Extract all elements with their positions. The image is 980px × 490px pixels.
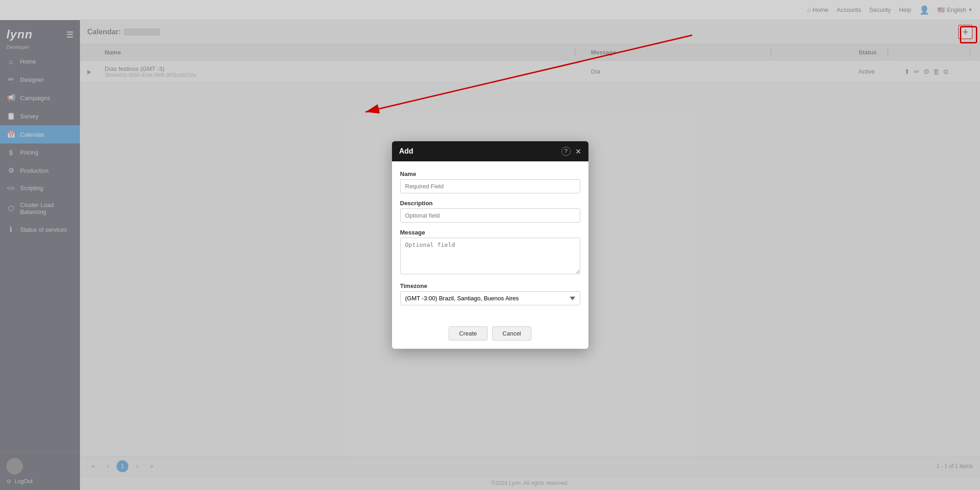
modal-close-icon[interactable]: ✕ [575,147,581,156]
modal-help-icon[interactable]: ? [562,147,571,156]
name-label: Name [400,170,580,177]
timezone-form-group: Timezone (GMT -3:00) Brazil, Santiago, B… [400,282,580,305]
description-label: Description [400,200,580,207]
timezone-label: Timezone [400,282,580,289]
description-input[interactable] [400,208,580,223]
create-button[interactable]: Create [449,326,487,341]
message-form-group: Message [400,229,580,276]
modal-overlay[interactable]: Add ? ✕ Name Description Message [0,0,980,490]
cancel-button[interactable]: Cancel [492,326,531,341]
message-textarea[interactable] [400,238,580,274]
modal-header-icons: ? ✕ [562,147,581,156]
message-label: Message [400,229,580,236]
name-form-group: Name [400,170,580,193]
description-form-group: Description [400,200,580,223]
timezone-select[interactable]: (GMT -3:00) Brazil, Santiago, Buenos Air… [400,291,580,305]
modal-body: Name Description Message Timezone (GMT -… [392,161,588,321]
modal-header: Add ? ✕ [392,141,588,161]
modal-title: Add [399,147,413,155]
name-input[interactable] [400,179,580,193]
modal-footer: Create Cancel [392,321,588,349]
add-calendar-modal: Add ? ✕ Name Description Message [392,141,588,349]
